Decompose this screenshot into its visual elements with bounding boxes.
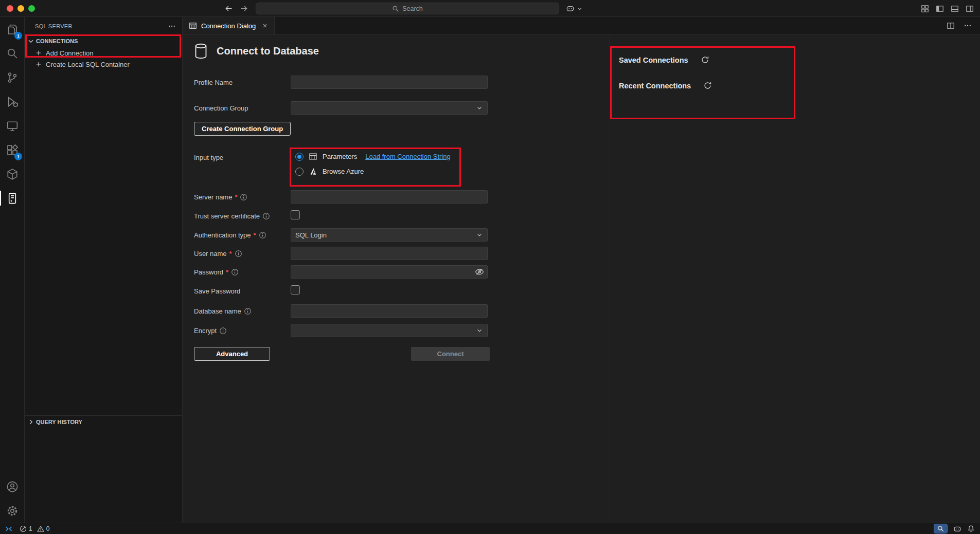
- info-icon: [262, 212, 270, 220]
- save-password-checkbox[interactable]: [291, 285, 300, 294]
- editor-more-actions-button[interactable]: [964, 22, 972, 30]
- customize-layout-button[interactable]: [921, 5, 929, 13]
- create-connection-group-button[interactable]: Create Connection Group: [194, 122, 291, 136]
- profile-name-label: Profile Name: [194, 79, 233, 86]
- authentication-type-value: SQL Login: [295, 231, 327, 239]
- copilot-icon: [566, 4, 575, 13]
- command-center-search[interactable]: Search: [256, 3, 559, 14]
- copilot-menu-button[interactable]: [566, 0, 583, 17]
- advanced-button[interactable]: Advanced: [194, 347, 270, 361]
- required-marker: *: [235, 193, 237, 201]
- user-name-input[interactable]: [291, 247, 488, 260]
- warning-icon: [37, 525, 44, 532]
- editor-tab-bar: Connection Dialog: [183, 17, 980, 35]
- tab-connection-dialog[interactable]: Connection Dialog: [183, 17, 275, 34]
- profile-name-input[interactable]: [291, 76, 488, 89]
- close-tab-button[interactable]: [262, 23, 268, 29]
- activity-explorer[interactable]: 1: [0, 17, 24, 41]
- source-control-icon: [6, 71, 19, 84]
- toggle-password-visibility-button[interactable]: [475, 267, 484, 277]
- trust-server-certificate-checkbox[interactable]: [291, 210, 300, 219]
- package-cube-icon: [6, 168, 19, 180]
- connections-section-header[interactable]: CONNECTIONS: [25, 35, 182, 47]
- sidebar-title: SQL SERVER: [35, 23, 73, 29]
- remote-icon: [4, 525, 13, 533]
- add-icon: [35, 49, 42, 57]
- add-icon: [35, 61, 42, 68]
- sidebar-header: SQL SERVER: [25, 17, 182, 35]
- window-controls: [7, 5, 35, 12]
- activity-settings[interactable]: [0, 499, 24, 523]
- error-icon: [20, 525, 27, 532]
- notifications-bell-button[interactable]: [967, 525, 975, 532]
- activity-sql-server[interactable]: [0, 186, 24, 210]
- info-icon: [259, 231, 266, 239]
- parameters-icon: [309, 152, 317, 161]
- database-name-label: Database name: [194, 307, 241, 315]
- create-local-sql-container-label: Create Local SQL Container: [46, 61, 130, 68]
- encrypt-label: Encrypt: [194, 327, 217, 335]
- add-connection-item[interactable]: Add Connection: [25, 47, 182, 59]
- toggle-primary-sidebar-button[interactable]: [936, 5, 944, 13]
- activity-run-debug[interactable]: [0, 89, 24, 114]
- password-input[interactable]: [291, 265, 488, 279]
- required-marker: *: [254, 231, 256, 239]
- user-name-label: User name: [194, 250, 227, 257]
- info-icon: [231, 268, 239, 276]
- refresh-saved-connections-button[interactable]: [701, 56, 709, 64]
- gear-icon: [6, 505, 19, 517]
- chevron-down-icon: [476, 327, 483, 334]
- query-history-section-header[interactable]: QUERY HISTORY: [25, 416, 182, 428]
- info-icon: [235, 250, 242, 257]
- split-editor-button[interactable]: [947, 22, 955, 30]
- trust-server-certificate-label: Trust server certificate: [194, 212, 260, 220]
- sidebar-more-actions-button[interactable]: [168, 22, 176, 30]
- problems-status[interactable]: 1 0: [20, 525, 49, 532]
- navigate-back-icon[interactable]: [224, 4, 233, 13]
- browse-azure-radio[interactable]: [295, 168, 304, 176]
- activity-extensions[interactable]: 1: [0, 138, 24, 162]
- activity-accounts[interactable]: [0, 474, 24, 499]
- chevron-down-icon: [577, 6, 583, 12]
- connection-group-label: Connection Group: [194, 104, 248, 112]
- load-from-connection-string-link[interactable]: Load from Connection String: [365, 153, 450, 160]
- close-window-button[interactable]: [7, 5, 13, 12]
- saved-connections-title: Saved Connections: [619, 56, 688, 64]
- activity-search[interactable]: [0, 41, 24, 65]
- remote-explorer-icon: [6, 120, 19, 132]
- activity-source-control[interactable]: [0, 65, 24, 89]
- activity-containers[interactable]: [0, 162, 24, 186]
- toggle-secondary-sidebar-button[interactable]: [966, 5, 974, 13]
- tab-label: Connection Dialog: [201, 22, 256, 30]
- parameters-radio[interactable]: [295, 153, 304, 161]
- required-marker: *: [226, 268, 228, 276]
- status-bar: 1 0: [0, 523, 980, 534]
- warning-count: 0: [46, 525, 50, 532]
- sql-server-icon: [6, 192, 19, 205]
- database-name-input[interactable]: [291, 304, 488, 318]
- title-bar: Search: [0, 0, 980, 17]
- create-local-sql-container-item[interactable]: Create Local SQL Container: [25, 59, 182, 70]
- sidebar-sql-server: SQL SERVER CONNECTIONS Add Connection Cr…: [25, 17, 183, 523]
- connect-button[interactable]: Connect: [411, 347, 490, 361]
- authentication-type-select[interactable]: SQL Login: [291, 228, 488, 242]
- minimize-window-button[interactable]: [17, 5, 24, 12]
- server-name-input[interactable]: [291, 190, 488, 204]
- refresh-recent-connections-button[interactable]: [703, 81, 712, 90]
- navigate-forward-icon[interactable]: [240, 4, 248, 13]
- connection-group-select[interactable]: [291, 101, 488, 115]
- chevron-down-icon: [476, 104, 483, 112]
- zoom-status-button[interactable]: [934, 524, 948, 533]
- copilot-status-button[interactable]: [953, 525, 961, 533]
- activity-bar: 1 1: [0, 17, 25, 523]
- azure-icon: [309, 167, 317, 176]
- authentication-type-label: Authentication type: [194, 231, 251, 239]
- encrypt-select[interactable]: [291, 324, 488, 337]
- maximize-window-button[interactable]: [28, 5, 35, 12]
- database-icon: [194, 43, 208, 59]
- activity-remote-explorer[interactable]: [0, 114, 24, 138]
- remote-indicator[interactable]: [0, 523, 17, 534]
- required-marker: *: [229, 250, 232, 257]
- connection-dialog-icon: [189, 22, 197, 30]
- toggle-panel-button[interactable]: [951, 5, 959, 13]
